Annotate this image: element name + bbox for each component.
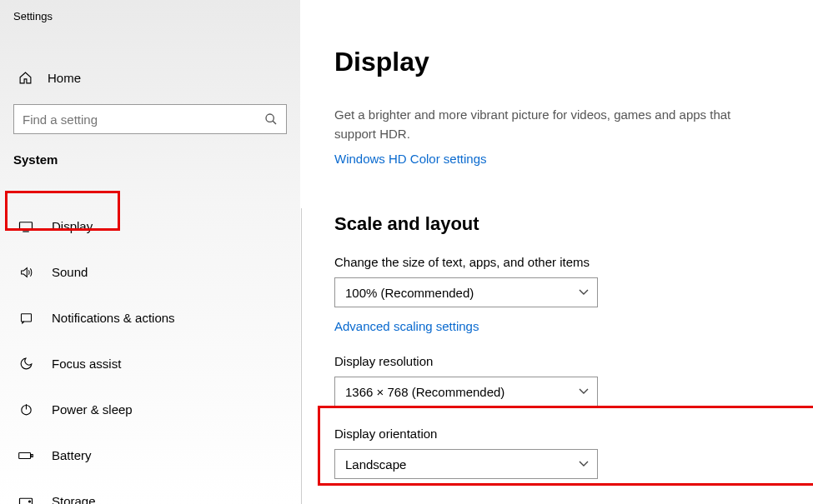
sidebar-item-storage[interactable]: Storage [0,478,300,504]
sidebar-item-label: Focus assist [52,357,121,371]
sidebar-item-sound[interactable]: Sound [0,249,300,295]
search-input[interactable] [23,112,264,127]
scale-section-heading: Scale and layout [334,213,813,235]
sidebar-item-notifications[interactable]: Notifications & actions [0,295,300,341]
hdr-color-link[interactable]: Windows HD Color settings [334,152,487,166]
svg-rect-8 [31,454,33,457]
home-nav[interactable]: Home [0,61,300,94]
scale-label: Change the size of text, apps, and other… [334,255,813,269]
nav-list: Display Sound Notifications & actions Fo… [0,203,300,504]
resolution-label: Display resolution [334,354,813,368]
svg-rect-7 [19,452,31,458]
advanced-scaling-link[interactable]: Advanced scaling settings [334,319,479,333]
orientation-label: Display orientation [334,427,813,441]
display-icon [18,221,33,232]
sidebar-section-label: System [0,134,300,175]
sound-icon [18,266,33,279]
orientation-select-value: Landscape [345,457,406,472]
divider [301,208,302,504]
sidebar: Settings Home System Display Sound [0,0,300,504]
svg-point-0 [266,114,274,122]
hdr-description: Get a brighter and more vibrant picture … [334,106,768,143]
scale-select-value: 100% (Recommended) [345,286,474,300]
chevron-down-icon [579,388,589,395]
sidebar-item-label: Sound [52,265,88,279]
notifications-icon [18,312,33,325]
home-icon [18,71,33,85]
window-title: Settings [0,7,300,22]
search-box[interactable] [13,104,287,134]
svg-rect-2 [20,222,33,230]
sidebar-item-power[interactable]: Power & sleep [0,387,300,432]
page-title: Display [334,47,813,77]
sidebar-item-focus-assist[interactable]: Focus assist [0,341,300,387]
sidebar-item-label: Power & sleep [52,402,133,417]
svg-line-1 [273,121,276,124]
chevron-down-icon [579,461,589,467]
resolution-select[interactable]: 1366 × 768 (Recommended) [334,377,598,407]
battery-icon [18,451,33,461]
svg-rect-4 [21,313,31,321]
main-panel: Display Get a brighter and more vibrant … [300,0,813,504]
focus-assist-icon [18,357,33,371]
sidebar-item-battery[interactable]: Battery [0,432,300,478]
orientation-select[interactable]: Landscape [334,449,598,479]
sidebar-item-label: Display [52,219,93,233]
home-label: Home [48,71,81,85]
sidebar-item-display[interactable]: Display [0,203,300,249]
resolution-select-value: 1366 × 768 (Recommended) [345,385,504,399]
scale-select[interactable]: 100% (Recommended) [334,277,598,307]
storage-icon [18,497,33,505]
sidebar-item-label: Notifications & actions [52,311,175,325]
chevron-down-icon [579,289,589,296]
svg-point-10 [29,501,31,502]
sidebar-item-label: Storage [52,494,96,504]
sidebar-item-label: Battery [52,448,92,462]
search-icon [264,112,278,126]
power-icon [18,402,33,417]
